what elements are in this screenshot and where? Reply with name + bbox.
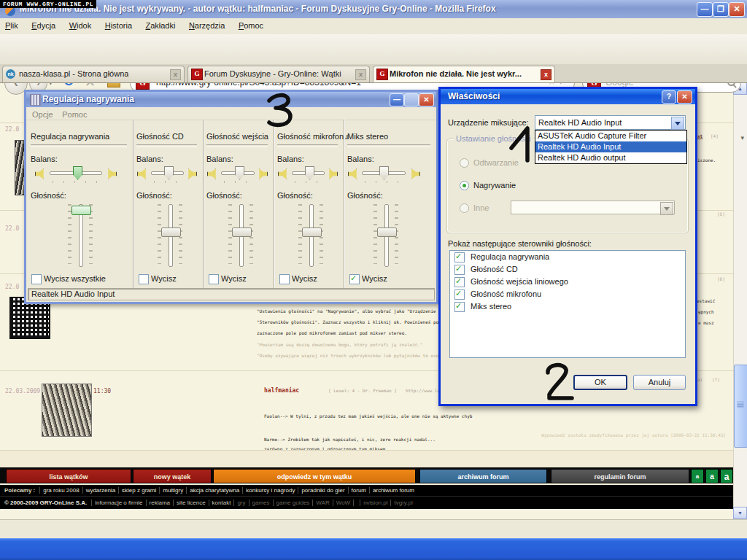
help-button[interactable]: ? [662,90,676,104]
driver-checkbox[interactable] [454,252,465,262]
radio-other[interactable] [460,203,469,213]
dialog-title-bar[interactable]: Właściwości ? ✕ [441,89,695,104]
nav-odpowiedz[interactable]: odpowiedz w tym wątku [213,469,416,483]
menu-widok[interactable]: Widok [64,18,97,30]
footer-link[interactable]: multigry [159,487,186,494]
footer-link[interactable]: nvision.pl [360,499,390,506]
nav-lista-watkow[interactable]: lista wątków [6,469,131,483]
footer-link[interactable]: games [249,499,273,506]
post-author[interactable]: halfmaniac [264,387,299,394]
cancel-button[interactable]: Anuluj [633,375,686,390]
footer-link[interactable]: archiwum forum [369,487,417,494]
driver-checkbox[interactable] [454,265,465,275]
balance-slider[interactable] [379,166,389,180]
drivers-listbox[interactable]: Regulacja nagrywania Głośność CD Głośnoś… [449,250,686,358]
radio-recording-label[interactable]: Nagrywanie [473,181,516,190]
driver-item[interactable]: Głośność wejścia liniowego [450,276,685,288]
balance-slider[interactable] [73,166,82,180]
menu-opcje[interactable]: Opcje [32,110,53,119]
mute-checkbox[interactable] [279,274,290,284]
font-size-large-button[interactable]: a [720,469,733,483]
menu-narzedzia[interactable]: Narzędzia [184,18,231,30]
volume-slider[interactable] [161,228,181,237]
scrollbar-track[interactable] [733,82,747,519]
footer-link[interactable]: informacje o firmie [91,499,145,506]
balance-slider[interactable] [235,166,244,180]
mute-checkbox[interactable] [349,274,360,284]
dropdown-option[interactable]: Realtek HD Audio output [535,152,686,163]
radio-recording[interactable] [460,181,469,190]
recording-control-dialog[interactable]: Regulacja nagrywania — ✕ Opcje Pomoc Reg… [24,90,438,304]
balance-slider[interactable] [164,166,174,180]
tab-close-icon[interactable]: x [355,69,366,80]
tab-label[interactable]: nasza-klasa.pl - Strona główna [19,69,128,78]
menu-pomoc[interactable]: Pomoc [62,110,87,119]
ok-button[interactable]: OK [573,375,627,390]
tab-mikrofon-active[interactable]: G Mikrofon nie działa. Nie jest wykr... … [373,66,555,82]
radio-playback[interactable] [460,158,469,168]
driver-item[interactable]: Regulacja nagrywania [450,251,685,263]
maximize-button[interactable] [404,93,419,106]
nav-archiwum-forum[interactable]: archiwum forum [419,469,547,483]
tab-close-icon[interactable]: x [541,69,551,80]
nav-regulamin-forum[interactable]: regulamin forum [551,469,689,483]
minimize-button[interactable]: — [390,93,404,106]
footer-link[interactable]: forum [348,487,369,494]
font-size-small-button[interactable]: a [691,469,704,483]
menu-historia[interactable]: Historia [100,18,137,30]
dialog-title-bar[interactable]: Regulacja nagrywania — ✕ [26,92,436,107]
mute-checkbox[interactable] [31,274,42,284]
balance-slider[interactable] [305,166,314,180]
mixer-device-combobox[interactable]: Realtek HD Audio Input [535,115,686,130]
link-fragment[interactable]: st [697,133,703,139]
driver-checkbox[interactable] [454,302,465,312]
mute-checkbox[interactable] [139,274,149,284]
footer-link[interactable]: wydarzenia [82,487,118,494]
minimize-button[interactable]: — [697,2,713,17]
nav-nowy-watek[interactable]: nowy wątek [133,469,212,483]
footer-link[interactable]: kontakt [209,499,234,506]
volume-slider[interactable] [377,228,397,237]
restore-button[interactable]: ❐ [713,2,729,17]
menu-edycja[interactable]: Edycja [26,18,61,30]
footer-link[interactable]: poradniki do gier [298,487,347,494]
volume-slider[interactable] [71,206,91,215]
tab-list-dropdown-icon[interactable]: ▾ [740,134,744,141]
footer-link[interactable]: gra roku 2008 [39,487,82,494]
footer-link[interactable] [353,499,360,506]
close-button[interactable]: ✕ [729,2,745,17]
browser-title-bar[interactable]: Mikrofon nie działa. Nie jest wykrywany.… [0,0,747,18]
menu-zakladki[interactable]: Zakładki [140,18,180,30]
footer-link[interactable]: tvgry.pl [390,499,415,506]
driver-item[interactable]: Głośność mikrofonu [450,288,685,300]
tab-label[interactable]: Mikrofon nie działa. Nie jest wykr... [390,69,522,78]
menu-pomoc[interactable]: Pomoc [233,18,268,30]
footer-link[interactable]: WAR [312,499,332,506]
radio-other-label[interactable]: Inne [473,203,489,212]
font-size-medium-button[interactable]: a [705,469,719,483]
tab-nasza-klasa[interactable]: nk nasza-klasa.pl - Strona główna x [2,66,185,82]
volume-slider[interactable] [232,228,252,237]
close-button[interactable]: ✕ [419,93,434,106]
tab-close-icon[interactable]: x [170,69,181,80]
footer-link[interactable]: game guides [273,499,313,506]
close-button[interactable]: ✕ [677,90,692,104]
footer-link[interactable]: sklep z grami [118,487,159,494]
footer-link[interactable]: site licence [173,499,209,506]
driver-item[interactable]: Miks stereo [450,300,685,313]
driver-checkbox[interactable] [454,277,465,287]
properties-dialog[interactable]: Właściwości ? ✕ Urządzenie miksujące: Us… [438,87,697,406]
dropdown-option[interactable]: ASUSTeK Audio Capture Filter [535,131,686,141]
tab-label[interactable]: Forum Dyskusyjne - Gry-Online: Wątki [204,69,341,78]
chevron-down-icon[interactable] [671,117,684,130]
mute-checkbox[interactable] [209,274,219,284]
footer-link[interactable]: gry [233,499,248,506]
scrollbar-thumb[interactable] [734,365,747,448]
volume-slider[interactable] [302,228,322,237]
menu-plik[interactable]: Plik [0,18,23,30]
driver-item[interactable]: Głośność CD [450,263,685,276]
footer-link[interactable]: konkursy i nagrody [242,487,298,494]
driver-checkbox[interactable] [454,289,465,300]
footer-link[interactable]: WoW [333,499,353,506]
tab-forum-watki[interactable]: G Forum Dyskusyjne - Gry-Online: Wątki x [187,66,370,82]
